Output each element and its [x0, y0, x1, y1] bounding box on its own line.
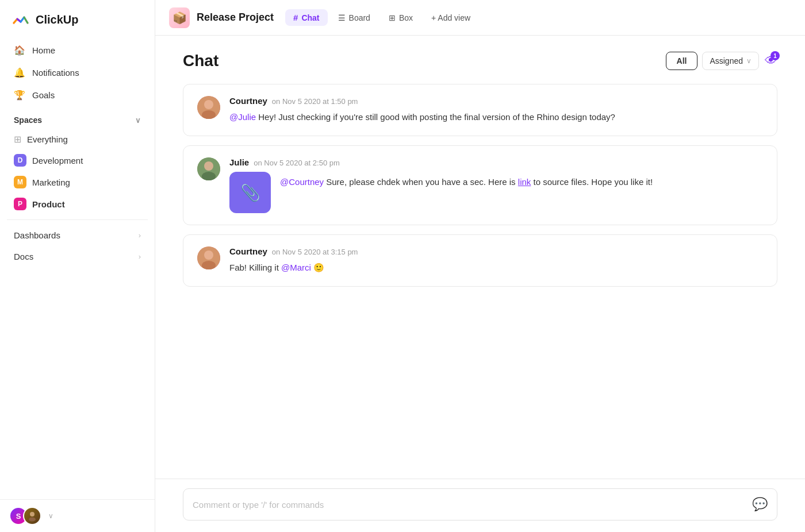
- msg-mention-courtney: @Courtney: [280, 177, 324, 187]
- msg-text-content-1: Hey! Just checking if you're still good …: [258, 112, 615, 122]
- spaces-chevron-icon: ∨: [135, 116, 141, 125]
- sidebar-item-docs[interactable]: Docs ›: [7, 246, 148, 267]
- spaces-header[interactable]: Spaces ∨: [0, 109, 155, 129]
- msg-meta-2: Julie on Nov 5 2020 at 2:50 pm: [229, 157, 763, 167]
- sidebar-item-marketing-label: Marketing: [32, 178, 70, 187]
- comment-bar: Comment or type '/' for commands 💬: [155, 479, 805, 532]
- sidebar-item-marketing[interactable]: M Marketing: [0, 171, 155, 193]
- msg-meta-3: Courtney on Nov 5 2020 at 3:15 pm: [229, 246, 763, 256]
- comment-input-area[interactable]: Comment or type '/' for commands 💬: [183, 488, 777, 521]
- courtney-avatar-image-2: [197, 246, 220, 269]
- sidebar-item-development[interactable]: D Development: [0, 149, 155, 171]
- add-view-label: + Add view: [431, 13, 470, 22]
- assigned-chevron-icon: ∨: [746, 57, 752, 65]
- message-card-1: Courtney on Nov 5 2020 at 1:50 pm @Julie…: [183, 84, 777, 136]
- chat-title: Chat: [183, 52, 218, 70]
- tab-chat[interactable]: # Chat: [285, 9, 327, 26]
- sidebar-dashboards-label: Dashboards: [14, 230, 60, 240]
- julie-avatar-image: [197, 157, 220, 180]
- sidebar-item-goals[interactable]: 🏆 Goals: [7, 84, 148, 106]
- board-tab-icon: ☰: [338, 13, 346, 22]
- user-avatar-icon: [26, 510, 38, 522]
- sidebar-docs-label: Docs: [14, 252, 33, 261]
- chat-area: Chat All Assigned ∨ 👁 1: [155, 36, 805, 479]
- attachment-row: 📎 @Courtney Sure, please chdek when you …: [229, 172, 763, 213]
- filter-assigned-dropdown[interactable]: Assigned ∨: [702, 52, 759, 70]
- project-icon: 📦: [169, 7, 190, 28]
- chat-tab-label: Chat: [301, 13, 319, 22]
- development-badge: D: [14, 154, 26, 167]
- dashboards-chevron-icon: ›: [139, 231, 141, 240]
- message-body-2: Julie on Nov 5 2020 at 2:50 pm 📎 @Courtn…: [229, 157, 763, 213]
- svg-point-3: [204, 100, 213, 109]
- msg-link-source[interactable]: link: [518, 177, 531, 187]
- message-body-3: Courtney on Nov 5 2020 at 3:15 pm Fab! K…: [229, 246, 763, 275]
- avatar-courtney-2: [197, 246, 220, 269]
- add-view-button[interactable]: + Add view: [423, 10, 478, 26]
- main-content: 📦 Release Project # Chat ☰ Board ⊞ Box +…: [155, 0, 805, 532]
- message-body-1: Courtney on Nov 5 2020 at 1:50 pm @Julie…: [229, 96, 763, 124]
- msg-author-2: Julie: [229, 157, 249, 167]
- box-tab-icon: ⊞: [389, 13, 396, 22]
- sidebar-item-goals-label: Goals: [32, 90, 55, 100]
- paperclip-icon: 📎: [240, 183, 260, 202]
- msg-text-3: Fab! Killing it @Marci 🙂: [229, 261, 763, 275]
- sidebar-item-everything[interactable]: ⊞ Everything: [0, 129, 155, 149]
- clickup-logo-icon: [12, 10, 30, 29]
- msg-author-3: Courtney: [229, 246, 267, 256]
- courtney-avatar-image: [197, 96, 220, 119]
- sidebar-item-development-label: Development: [32, 156, 83, 165]
- avatar-group[interactable]: S: [9, 507, 41, 525]
- msg-mention-julie: @Julie: [229, 112, 256, 122]
- msg-time-1: on Nov 5 2020 at 1:50 pm: [272, 97, 358, 106]
- sidebar-section-divider: [7, 219, 148, 220]
- chat-tab-icon: #: [293, 13, 298, 22]
- avatar-courtney-1: [197, 96, 220, 119]
- bell-icon: 🔔: [14, 67, 25, 78]
- sidebar-item-home[interactable]: 🏠 Home: [7, 39, 148, 61]
- svg-point-6: [204, 161, 213, 171]
- svg-point-0: [30, 512, 34, 516]
- view-tabs: # Chat ☰ Board ⊞ Box + Add view: [285, 9, 478, 26]
- watch-button[interactable]: 👁 1: [765, 53, 777, 68]
- svg-point-9: [204, 250, 213, 260]
- sidebar-item-product-label: Product: [32, 199, 65, 209]
- sidebar: ClickUp 🏠 Home 🔔 Notifications 🏆 Goals S…: [0, 0, 155, 532]
- msg-text-1: @Julie Hey! Just checking if you're stil…: [229, 110, 763, 124]
- chat-header: Chat All Assigned ∨ 👁 1: [183, 52, 777, 70]
- sidebar-item-dashboards[interactable]: Dashboards ›: [7, 225, 148, 246]
- home-icon: 🏠: [14, 45, 25, 56]
- comment-placeholder: Comment or type '/' for commands: [193, 500, 324, 510]
- svg-point-1: [29, 518, 36, 522]
- msg-text-content-2a: Sure, please chdek when you have a sec. …: [326, 177, 518, 187]
- sidebar-item-product[interactable]: P Product: [0, 193, 155, 215]
- msg-time-2: on Nov 5 2020 at 2:50 pm: [254, 159, 340, 167]
- sidebar-item-everything-label: Everything: [27, 134, 68, 144]
- tab-box[interactable]: ⊞ Box: [381, 10, 421, 26]
- trophy-icon: 🏆: [14, 90, 25, 101]
- attachment-icon-block[interactable]: 📎: [229, 172, 271, 213]
- msg-text-content-2b: to source files. Hope you like it!: [533, 177, 653, 187]
- project-title: Release Project: [197, 11, 274, 24]
- sidebar-item-notifications-label: Notifications: [32, 68, 79, 78]
- project-icon-emoji: 📦: [172, 11, 187, 25]
- docs-chevron-icon: ›: [139, 252, 141, 261]
- chat-filters: All Assigned ∨: [666, 52, 759, 70]
- sidebar-item-home-label: Home: [32, 45, 55, 55]
- message-card-2: Julie on Nov 5 2020 at 2:50 pm 📎 @Courtn…: [183, 145, 777, 225]
- project-title-area: 📦 Release Project: [169, 7, 274, 28]
- tab-board[interactable]: ☰ Board: [330, 10, 378, 26]
- sidebar-item-notifications[interactable]: 🔔 Notifications: [7, 61, 148, 84]
- topbar: 📦 Release Project # Chat ☰ Board ⊞ Box +…: [155, 0, 805, 36]
- logo-area: ClickUp: [0, 0, 155, 37]
- sidebar-nav: 🏠 Home 🔔 Notifications 🏆 Goals: [0, 37, 155, 109]
- avatar-s-label: S: [16, 512, 21, 521]
- avatar-julie: [197, 157, 220, 180]
- marketing-badge: M: [14, 176, 26, 188]
- attachment-text: @Courtney Sure, please chdek when you ha…: [280, 172, 653, 189]
- logo-text: ClickUp: [36, 13, 78, 26]
- product-badge: P: [14, 198, 26, 210]
- box-tab-label: Box: [399, 13, 413, 22]
- filter-all-button[interactable]: All: [666, 52, 698, 70]
- chevron-down-icon: ∨: [48, 512, 53, 520]
